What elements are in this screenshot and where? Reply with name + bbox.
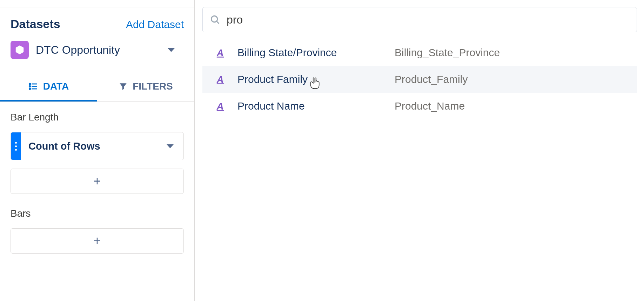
dataset-selector[interactable]: DTC Opportunity xyxy=(0,41,194,59)
svg-line-9 xyxy=(217,21,219,24)
svg-point-6 xyxy=(29,86,31,87)
result-api-name: Product_Family xyxy=(395,73,468,85)
svg-text:A: A xyxy=(216,74,224,85)
svg-text:A: A xyxy=(216,101,224,111)
data-panel: Bar Length Count of Rows + Bars + xyxy=(0,102,194,277)
datasets-header: Datasets Add Dataset xyxy=(0,17,194,31)
config-sidebar: Datasets Add Dataset DTC Opportunity xyxy=(0,0,195,301)
result-label: Product Name xyxy=(237,100,395,112)
bar-length-label: Bar Length xyxy=(11,112,184,123)
chevron-down-icon xyxy=(167,48,175,52)
result-label: Billing State/Province xyxy=(237,47,395,59)
bar-length-field-label: Count of Rows xyxy=(21,140,167,152)
divider xyxy=(0,7,194,7)
text-field-icon: A xyxy=(213,74,228,85)
datasets-title: Datasets xyxy=(11,17,60,31)
svg-text:A: A xyxy=(216,47,224,58)
filter-icon xyxy=(119,82,128,91)
drag-handle-icon[interactable] xyxy=(11,132,21,160)
add-dataset-link[interactable]: Add Dataset xyxy=(126,19,184,31)
chevron-down-icon xyxy=(167,144,174,148)
field-picker-panel: A Billing State/Province Billing_State_P… xyxy=(195,0,644,301)
svg-point-5 xyxy=(29,83,31,85)
search-input[interactable] xyxy=(227,13,630,26)
bar-length-field[interactable]: Count of Rows xyxy=(11,132,184,160)
tab-data-label: DATA xyxy=(43,81,69,92)
search-icon xyxy=(210,14,220,25)
tabs-row: DATA FILTERS xyxy=(0,73,194,102)
results-list: A Billing State/Province Billing_State_P… xyxy=(202,39,637,119)
dataset-icon xyxy=(11,41,29,59)
search-container[interactable] xyxy=(202,7,637,32)
tab-data[interactable]: DATA xyxy=(0,73,97,102)
text-field-icon: A xyxy=(213,101,228,111)
result-item[interactable]: A Product Family Product_Family xyxy=(202,66,637,93)
result-label: Product Family xyxy=(237,73,395,85)
tab-filters-label: FILTERS xyxy=(133,81,173,92)
dataset-name: DTC Opportunity xyxy=(36,44,167,57)
svg-point-8 xyxy=(211,16,217,22)
text-field-icon: A xyxy=(213,47,228,58)
result-api-name: Billing_State_Province xyxy=(395,47,500,59)
svg-point-7 xyxy=(29,88,31,90)
list-icon xyxy=(28,81,38,91)
result-api-name: Product_Name xyxy=(395,100,465,112)
result-item[interactable]: A Product Name Product_Name xyxy=(202,93,637,119)
tab-filters[interactable]: FILTERS xyxy=(97,73,194,102)
add-bars-button[interactable]: + xyxy=(11,228,184,254)
bars-label: Bars xyxy=(11,208,184,219)
add-bar-length-button[interactable]: + xyxy=(11,169,184,194)
result-item[interactable]: A Billing State/Province Billing_State_P… xyxy=(202,39,637,66)
